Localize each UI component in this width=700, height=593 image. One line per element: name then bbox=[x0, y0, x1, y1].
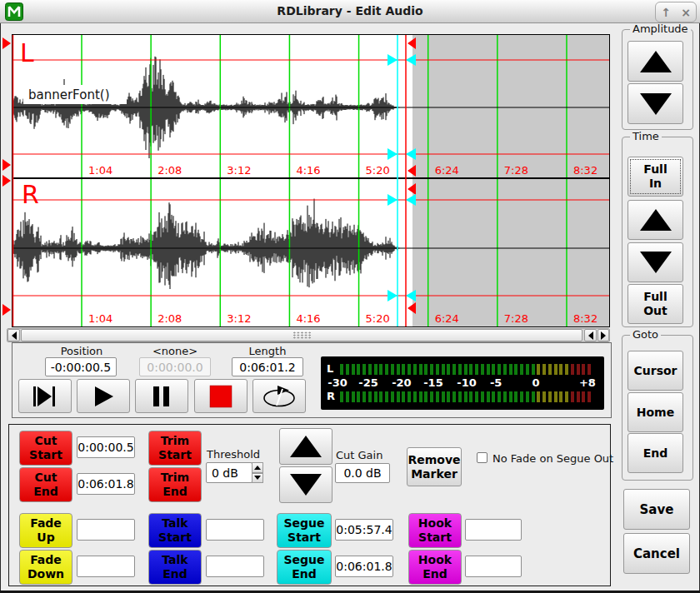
meter-scale: -30-25-20-15-10-50+8 bbox=[321, 376, 604, 390]
cancel-button[interactable]: Cancel bbox=[623, 533, 690, 574]
play-button[interactable] bbox=[77, 379, 130, 413]
talk-start-button[interactable]: Talk Start bbox=[148, 513, 202, 548]
close-icon[interactable]: × bbox=[681, 7, 691, 18]
segue-end-field[interactable]: 0:06:01.8 bbox=[335, 556, 393, 577]
svg-text:8:32: 8:32 bbox=[573, 164, 598, 177]
svg-text:L: L bbox=[20, 38, 34, 67]
stop-button[interactable] bbox=[194, 379, 248, 413]
svg-text:1:04: 1:04 bbox=[88, 164, 112, 177]
scrollbar-thumb[interactable] bbox=[21, 329, 582, 341]
scroll-left-button-2[interactable] bbox=[584, 329, 597, 341]
zoom-out-button[interactable] bbox=[628, 242, 683, 282]
amplitude-up-button[interactable] bbox=[628, 41, 683, 82]
waveform-svg: 1:041:042:082:083:123:124:164:165:205:20… bbox=[0, 34, 617, 327]
pause-button[interactable] bbox=[135, 379, 188, 413]
svg-text:6:24: 6:24 bbox=[435, 164, 459, 177]
arrow-down-icon bbox=[290, 474, 322, 496]
window-controls: ↑ × bbox=[655, 2, 697, 22]
svg-text:4:16: 4:16 bbox=[296, 164, 320, 177]
none-field: 0:00:00.0 bbox=[139, 357, 211, 376]
fade-up-button[interactable]: Fade Up bbox=[19, 513, 72, 548]
goto-cursor-button[interactable]: Cursor bbox=[628, 351, 683, 391]
meter-right-label: R bbox=[327, 390, 335, 402]
arrow-down-icon bbox=[640, 252, 672, 273]
svg-text:5:20: 5:20 bbox=[366, 312, 390, 325]
hook-start-button[interactable]: Hook Start bbox=[408, 513, 462, 548]
length-field[interactable]: 0:06:01.2 bbox=[232, 357, 303, 376]
svg-text:2:08: 2:08 bbox=[158, 312, 182, 325]
play-icon bbox=[88, 385, 119, 408]
hook-start-field[interactable] bbox=[465, 519, 522, 541]
waveform-scrollbar[interactable] bbox=[7, 328, 610, 342]
cut-gain-field[interactable]: 0.0 dB bbox=[335, 463, 390, 483]
trim-start-button[interactable]: Trim Start bbox=[148, 431, 202, 466]
svg-text:1:04: 1:04 bbox=[88, 312, 112, 325]
segue-end-button[interactable]: Segue End bbox=[277, 550, 332, 585]
svg-text:5:20: 5:20 bbox=[366, 164, 390, 177]
talk-start-field[interactable] bbox=[206, 519, 264, 541]
titlebar[interactable]: RDLibrary - Edit Audio ↑ × bbox=[0, 0, 700, 23]
threshold-spin-up[interactable] bbox=[252, 462, 263, 473]
meter-right-bar bbox=[340, 391, 593, 402]
svg-text:bannerFont(): bannerFont() bbox=[28, 87, 110, 102]
remove-marker-button[interactable]: Remove Marker bbox=[407, 447, 462, 486]
cue-icon bbox=[29, 385, 61, 408]
gain-down-button[interactable] bbox=[279, 466, 332, 503]
cut-end-field[interactable]: 0:06:01.8 bbox=[77, 473, 135, 495]
gain-up-button[interactable] bbox=[279, 428, 332, 465]
save-button[interactable]: Save bbox=[623, 489, 690, 530]
arrow-left-icon bbox=[588, 331, 593, 340]
scroll-right-button[interactable] bbox=[598, 329, 609, 341]
fade-down-field[interactable] bbox=[77, 556, 135, 577]
zoom-in-button[interactable] bbox=[628, 200, 683, 240]
cut-start-button[interactable]: Cut Start bbox=[19, 431, 72, 466]
threshold-label: Threshold bbox=[207, 448, 260, 461]
arrow-right-icon bbox=[601, 331, 606, 340]
talk-end-button[interactable]: Talk End bbox=[148, 550, 202, 585]
cut-gain-label: Cut Gain bbox=[336, 449, 382, 461]
scrollbar-grip-icon bbox=[292, 331, 312, 339]
arrow-left-icon bbox=[12, 331, 17, 340]
none-label: <none> bbox=[139, 345, 211, 357]
cut-start-field[interactable]: 0:00:00.5 bbox=[77, 436, 135, 458]
segue-start-button[interactable]: Segue Start bbox=[277, 513, 332, 548]
fade-up-field[interactable] bbox=[77, 519, 135, 541]
segue-start-field[interactable]: 0:05:57.4 bbox=[335, 519, 393, 541]
talk-end-field[interactable] bbox=[206, 556, 264, 577]
cut-end-button[interactable]: Cut End bbox=[19, 467, 72, 502]
trim-end-button[interactable]: Trim End bbox=[148, 467, 202, 502]
loop-button[interactable] bbox=[252, 379, 306, 413]
length-label: Length bbox=[232, 345, 303, 357]
cue-button[interactable] bbox=[18, 379, 72, 413]
svg-text:2:08: 2:08 bbox=[158, 164, 182, 177]
goto-home-button[interactable]: Home bbox=[628, 392, 683, 432]
scroll-left-button[interactable] bbox=[8, 329, 20, 341]
waveform-display[interactable]: 1:041:042:082:083:123:124:164:165:205:20… bbox=[0, 34, 617, 327]
zoom-full-in-button[interactable]: Full In bbox=[628, 157, 683, 197]
zoom-full-out-button[interactable]: Full Out bbox=[628, 284, 683, 324]
hook-end-field[interactable] bbox=[465, 556, 522, 577]
svg-text:6:24: 6:24 bbox=[435, 312, 459, 325]
svg-text:R: R bbox=[22, 180, 39, 209]
no-fade-label: No Fade on Segue Out bbox=[492, 452, 613, 465]
threshold-spin-down[interactable] bbox=[252, 473, 263, 484]
svg-text:3:12: 3:12 bbox=[227, 164, 251, 177]
threshold-spinbox[interactable]: 0 dB bbox=[206, 462, 252, 483]
svg-text:3:12: 3:12 bbox=[227, 312, 251, 325]
meter-left-label: L bbox=[327, 362, 333, 375]
no-fade-checkbox[interactable] bbox=[477, 452, 488, 463]
time-group-label: Time bbox=[630, 131, 662, 142]
hook-end-button[interactable]: Hook End bbox=[408, 550, 462, 585]
position-label: Position bbox=[46, 345, 118, 357]
pause-icon bbox=[146, 385, 178, 408]
position-field[interactable]: -0:00:00.5 bbox=[45, 357, 117, 376]
amplitude-group-label: Amplitude bbox=[630, 23, 691, 35]
stop-icon bbox=[208, 385, 233, 408]
amplitude-down-button[interactable] bbox=[628, 83, 683, 124]
fade-down-button[interactable]: Fade Down bbox=[19, 550, 72, 585]
arrow-up-icon bbox=[290, 436, 322, 457]
edit-audio-window: RDLibrary - Edit Audio ↑ × 1:041:042:082… bbox=[0, 0, 700, 593]
goto-end-button[interactable]: End bbox=[628, 433, 683, 473]
shade-icon[interactable]: ↑ bbox=[661, 7, 671, 18]
arrow-down-icon bbox=[640, 93, 672, 115]
